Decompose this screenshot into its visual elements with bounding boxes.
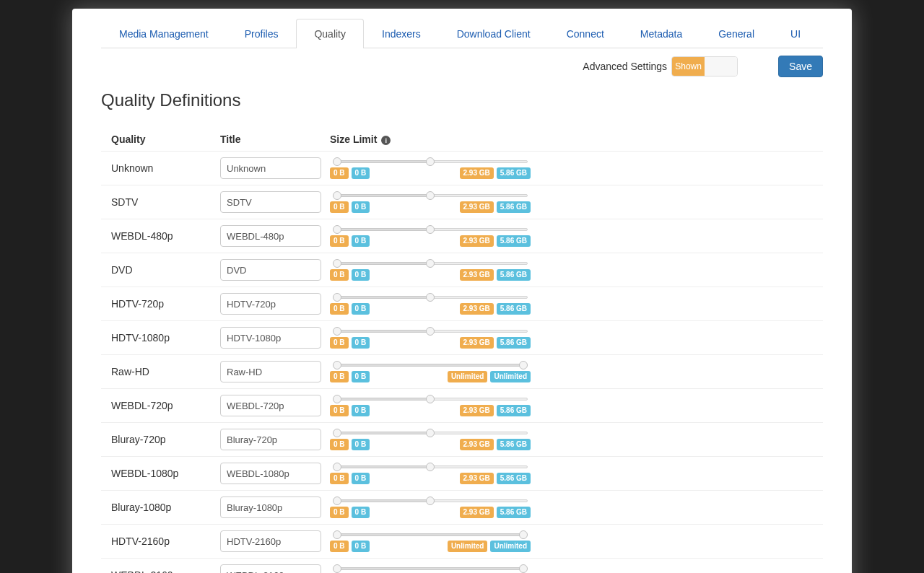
slider-handle-max[interactable] (426, 327, 435, 336)
quality-name: Bluray-1080p (108, 502, 220, 513)
tab-ui[interactable]: UI (772, 19, 819, 48)
tab-download-client[interactable]: Download Client (439, 19, 549, 48)
max-size-badge: 2.93 GB (460, 201, 494, 213)
slider-handle-min[interactable] (333, 564, 341, 573)
max-size-badge-2: 5.86 GB (497, 473, 531, 484)
slider-handle-max[interactable] (426, 429, 435, 437)
quality-title-input[interactable] (220, 463, 321, 484)
tab-quality[interactable]: Quality (296, 19, 364, 48)
max-size-badge: 2.93 GB (460, 303, 494, 315)
slider-handle-max[interactable] (426, 463, 435, 471)
size-slider[interactable] (330, 158, 531, 165)
min-size-badge-2: 0 B (352, 269, 370, 281)
size-slider[interactable] (330, 497, 531, 504)
min-size-badge-2: 0 B (352, 167, 370, 179)
size-slider[interactable] (330, 565, 531, 572)
slider-handle-min[interactable] (333, 497, 341, 505)
size-slider[interactable] (330, 294, 531, 301)
max-size-badge-2: Unlimited (490, 371, 531, 382)
quality-rows: Unknown0 B0 B2.93 GB5.86 GBSDTV0 B0 B2.9… (101, 152, 823, 573)
max-size-badge-2: 5.86 GB (497, 439, 531, 450)
size-slider[interactable] (330, 531, 531, 538)
settings-tabs: Media ManagementProfilesQualityIndexersD… (101, 19, 823, 48)
size-slider[interactable] (330, 362, 531, 369)
min-size-badge-2: 0 B (352, 507, 370, 518)
slider-handle-max[interactable] (426, 395, 435, 403)
tab-metadata[interactable]: Metadata (622, 19, 700, 48)
quality-title-input[interactable] (220, 259, 321, 281)
max-size-badge: 2.93 GB (460, 473, 494, 484)
quality-title-input[interactable] (220, 564, 321, 573)
quality-title-input[interactable] (220, 293, 321, 315)
slider-handle-min[interactable] (333, 157, 341, 166)
quality-title-input[interactable] (220, 327, 321, 349)
min-size-badge-2: 0 B (352, 303, 370, 315)
min-size-badge-2: 0 B (352, 473, 370, 484)
slider-handle-max[interactable] (519, 361, 528, 369)
slider-handle-max[interactable] (426, 225, 435, 234)
quality-title-input[interactable] (220, 191, 321, 213)
size-slider[interactable] (330, 395, 531, 403)
tab-connect[interactable]: Connect (549, 19, 622, 48)
slider-handle-min[interactable] (333, 429, 341, 437)
min-size-badge: 0 B (330, 337, 349, 349)
slider-handle-min[interactable] (333, 530, 341, 539)
slider-handle-max[interactable] (426, 293, 435, 302)
table-row: HDTV-2160p0 B0 BUnlimitedUnlimited (101, 525, 823, 559)
table-row: HDTV-720p0 B0 B2.93 GB5.86 GB (101, 287, 823, 321)
size-slider[interactable] (330, 463, 531, 471)
table-row: HDTV-1080p0 B0 B2.93 GB5.86 GB (101, 321, 823, 355)
size-slider[interactable] (330, 226, 531, 233)
info-icon[interactable]: i (381, 136, 391, 145)
quality-title-input[interactable] (220, 225, 321, 247)
min-size-badge-2: 0 B (352, 201, 370, 213)
max-size-badge: 2.93 GB (460, 439, 494, 450)
tab-indexers[interactable]: Indexers (364, 19, 439, 48)
slider-handle-min[interactable] (333, 395, 341, 403)
quality-title-input[interactable] (220, 497, 321, 518)
max-size-badge-2: 5.86 GB (497, 269, 531, 281)
slider-handle-min[interactable] (333, 259, 341, 268)
min-size-badge: 0 B (330, 507, 349, 518)
table-row: Raw-HD0 B0 BUnlimitedUnlimited (101, 355, 823, 389)
save-button[interactable]: Save (778, 56, 823, 77)
size-slider[interactable] (330, 328, 531, 335)
slider-handle-max[interactable] (426, 259, 435, 268)
tab-media-management[interactable]: Media Management (101, 19, 227, 48)
max-size-badge-2: 5.86 GB (497, 167, 531, 179)
max-size-badge-2: 5.86 GB (497, 235, 531, 247)
min-size-badge: 0 B (330, 303, 349, 315)
slider-handle-min[interactable] (333, 361, 341, 369)
quality-title-input[interactable] (220, 429, 321, 450)
table-row: WEBDL-1080p0 B0 B2.93 GB5.86 GB (101, 457, 823, 491)
table-row: WEBDL-2160p0 B0 BUnlimitedUnlimited (101, 559, 823, 573)
size-slider[interactable] (330, 192, 531, 199)
slider-handle-min[interactable] (333, 225, 341, 234)
max-size-badge-2: 5.86 GB (497, 405, 531, 416)
tab-profiles[interactable]: Profiles (227, 19, 297, 48)
tab-general[interactable]: General (700, 19, 772, 48)
slider-handle-max[interactable] (426, 157, 435, 166)
slider-handle-max[interactable] (426, 191, 435, 200)
quality-title-input[interactable] (220, 530, 321, 552)
slider-handle-min[interactable] (333, 327, 341, 336)
slider-handle-max[interactable] (519, 530, 528, 539)
quality-title-input[interactable] (220, 157, 321, 179)
slider-handle-max[interactable] (426, 497, 435, 505)
max-size-badge: Unlimited (448, 541, 488, 552)
size-slider[interactable] (330, 260, 531, 267)
quality-title-input[interactable] (220, 395, 321, 416)
slider-handle-min[interactable] (333, 463, 341, 471)
table-header: Quality Title Size Limit i (101, 128, 823, 152)
size-slider[interactable] (330, 429, 531, 437)
slider-handle-max[interactable] (519, 564, 528, 573)
max-size-badge: Unlimited (448, 371, 488, 382)
slider-handle-min[interactable] (333, 191, 341, 200)
advanced-settings-toggle[interactable]: Shown (671, 56, 738, 76)
max-size-badge-2: 5.86 GB (497, 201, 531, 213)
quality-name: HDTV-1080p (108, 332, 220, 344)
table-row: Bluray-720p0 B0 B2.93 GB5.86 GB (101, 423, 823, 457)
slider-handle-min[interactable] (333, 293, 341, 302)
header-quality: Quality (108, 134, 220, 145)
quality-title-input[interactable] (220, 361, 321, 382)
